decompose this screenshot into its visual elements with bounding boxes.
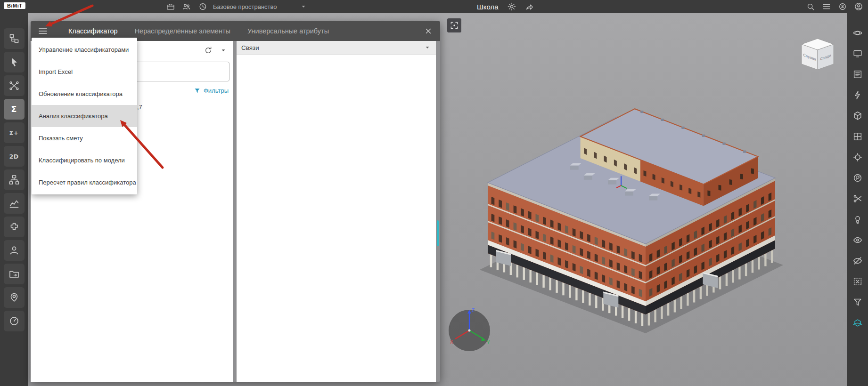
orbit-3d-icon[interactable] (851, 315, 865, 330)
speedometer-icon[interactable] (4, 311, 25, 331)
analytics-icon[interactable] (4, 193, 25, 214)
tab-label: Универсальные атрибуты (247, 27, 329, 35)
plugins-icon[interactable] (4, 217, 25, 237)
workspace-selector[interactable]: Базовое пространство (213, 0, 307, 13)
chevron-down-icon (300, 3, 307, 10)
visibility-icon[interactable] (851, 233, 865, 247)
panel-tab[interactable]: Универсальные атрибуты (247, 27, 329, 35)
gizmo-x-label: X (450, 339, 453, 345)
project-icon[interactable] (166, 2, 175, 11)
topbar-right-icons (806, 2, 863, 11)
deselect-icon[interactable] (851, 274, 865, 289)
section-cut-icon[interactable] (851, 191, 865, 206)
clash-icon[interactable] (851, 88, 865, 102)
menu-item-label: Обновление классификатора (39, 90, 123, 97)
menu-item[interactable]: Анализ классификатора (32, 105, 137, 127)
menu-list-icon[interactable] (822, 2, 831, 11)
account-icon[interactable] (854, 2, 863, 11)
project-title-group: Школа (477, 0, 534, 13)
user-location-icon[interactable] (4, 287, 25, 308)
scrollbar-thumb[interactable] (437, 220, 439, 246)
menu-item[interactable]: Обновление классификатора (32, 83, 137, 105)
menu-item-label: Управление классификаторами (39, 46, 129, 53)
building-model (443, 13, 847, 386)
chevron-down-icon (424, 44, 431, 51)
gizmo-y-label: Y (487, 340, 490, 345)
links-panel: Связи (237, 41, 436, 382)
orbit-icon[interactable] (851, 25, 865, 40)
panel-tab[interactable]: Классификатор (68, 27, 118, 35)
app-window: Справа Сзади X Y Z BiMiT Базовое простра… (0, 0, 868, 386)
collaboration-icon[interactable] (182, 2, 191, 11)
project-title: Школа (477, 3, 499, 11)
share-folder-icon[interactable] (4, 264, 25, 284)
menu-item-label: Анализ классификатора (39, 113, 108, 120)
top-bar: BiMiT Базовое пространство Школа (0, 0, 868, 13)
filter-funnel-icon (194, 87, 201, 94)
menu-item-label: Import Excel (39, 68, 73, 75)
workspace-label: Базовое пространство (213, 3, 277, 10)
hamburger-menu-icon[interactable] (37, 25, 49, 37)
menu-item[interactable]: Классифицировать по модели (32, 149, 137, 171)
assembly-cube-icon[interactable] (851, 108, 865, 123)
gizmo-z-label: Z (472, 308, 475, 313)
view-2d-icon[interactable]: 2D (4, 146, 25, 167)
refresh-icon[interactable] (203, 45, 213, 56)
app-logo: BiMiT (4, 2, 25, 9)
grid-icon[interactable] (851, 129, 865, 144)
settings-gear-icon[interactable] (507, 2, 516, 11)
left-toolbar: ΣΣ+2D (0, 13, 28, 386)
tab-label: Нераспределённые элементы (135, 27, 230, 35)
properties-panel-icon[interactable] (851, 67, 865, 81)
focus-target-icon[interactable] (851, 150, 865, 164)
menu-item-label: Показать смету (39, 135, 83, 142)
panel-gap (233, 41, 237, 382)
classifier-sigma-icon[interactable]: Σ (4, 99, 25, 120)
links-body (237, 55, 436, 382)
p-marker-icon[interactable] (851, 170, 865, 185)
panel-tabs: Классификатор Нераспределённые элементы … (68, 27, 329, 35)
panel-tab[interactable]: Нераспределённые элементы (135, 27, 230, 35)
links-header[interactable]: Связи (237, 41, 436, 55)
user-icon[interactable] (4, 240, 25, 261)
history-icon[interactable] (198, 2, 207, 11)
filters-label: Фильтры (204, 87, 229, 94)
menu-item[interactable]: Управление классификаторами (32, 39, 137, 61)
links-title: Связи (241, 44, 259, 51)
connections-icon[interactable] (4, 75, 25, 96)
menu-item[interactable]: Показать смету (32, 127, 137, 149)
menu-item-label: Классифицировать по модели (39, 157, 125, 164)
classifier-add-icon[interactable]: Σ+ (4, 122, 25, 143)
navigation-gizmo[interactable]: X Y Z (443, 305, 495, 356)
chevron-down-icon[interactable] (219, 46, 228, 55)
right-toolbar (847, 13, 868, 386)
select-cursor-icon[interactable] (4, 52, 25, 72)
hide-icon[interactable] (851, 253, 865, 268)
fit-view-icon[interactable] (447, 18, 461, 32)
hierarchy-icon[interactable] (4, 169, 25, 190)
tree-item-partial: ,7 (137, 104, 142, 111)
share-icon[interactable] (525, 2, 534, 11)
model-tree-icon[interactable] (4, 28, 25, 49)
tab-label: Классификатор (68, 27, 118, 35)
classifier-menu: Управление классификаторами Import Excel… (32, 38, 137, 194)
panel-scrollbar[interactable] (436, 41, 440, 382)
menu-item-label: Пересчет правил классификатора (39, 179, 136, 186)
search-icon[interactable] (806, 2, 815, 11)
close-icon[interactable] (423, 26, 434, 36)
viewport-settings-icon[interactable] (851, 46, 865, 61)
menu-item[interactable]: Пересчет правил классификатора (32, 171, 137, 193)
view-cube[interactable]: Справа Сзади (797, 37, 838, 72)
topbar-left-icons (166, 2, 207, 11)
session-icon[interactable] (838, 2, 847, 11)
funnel-icon[interactable] (851, 295, 865, 309)
menu-item[interactable]: Import Excel (32, 61, 137, 83)
light-icon[interactable] (851, 212, 865, 226)
